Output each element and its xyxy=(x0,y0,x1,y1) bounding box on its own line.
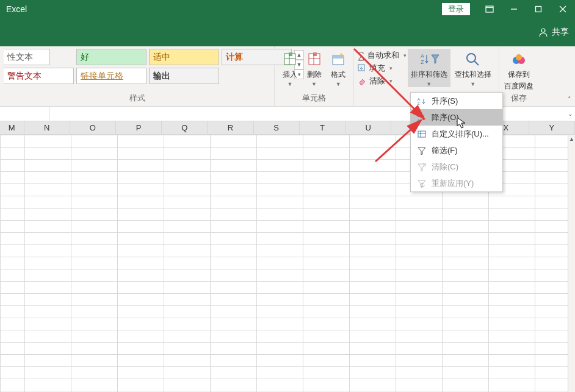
column-header[interactable]: T xyxy=(300,121,345,134)
baidu-cloud-icon xyxy=(509,50,529,68)
insert-button[interactable]: 插入 ▼ xyxy=(278,49,302,87)
group-label-save: 保存 xyxy=(499,91,538,106)
eraser-icon xyxy=(358,77,366,85)
sort-filter-icon: A Z xyxy=(419,50,439,68)
login-button[interactable]: 登录 xyxy=(442,3,470,15)
group-label-cells: 单元格 xyxy=(275,91,353,106)
find-select-button[interactable]: 查找和选择 ▼ xyxy=(452,49,494,87)
column-header[interactable]: P xyxy=(116,121,162,134)
funnel-clear-icon xyxy=(417,162,427,172)
svg-point-24 xyxy=(516,54,522,60)
chevron-down-icon: ▼ xyxy=(336,81,341,87)
minimize-button[interactable] xyxy=(502,0,526,18)
sort-ascending-item[interactable]: AZ 升序(S) xyxy=(411,93,502,109)
name-box[interactable] xyxy=(0,107,49,121)
column-header[interactable]: R xyxy=(208,121,253,134)
svg-line-21 xyxy=(474,61,479,65)
filter-item[interactable]: 筛选(F) xyxy=(411,142,502,159)
title-bar: Excel 登录 xyxy=(0,0,575,18)
clear-button[interactable]: 清除 ▾ xyxy=(358,76,407,87)
style-cell[interactable]: 输出 xyxy=(149,68,219,84)
fill-down-icon xyxy=(358,64,366,73)
chevron-down-icon: ▼ xyxy=(470,81,476,87)
column-header[interactable]: M xyxy=(0,121,24,134)
expand-formula-bar[interactable]: ⌄ xyxy=(568,110,573,117)
column-header[interactable]: U xyxy=(345,121,391,134)
funnel-icon xyxy=(417,146,427,155)
style-cell[interactable]: 好 xyxy=(76,49,146,65)
collapse-ribbon-button[interactable]: ˄ xyxy=(568,96,571,104)
format-cells-icon xyxy=(328,50,348,68)
chevron-down-icon: ▾ xyxy=(389,78,392,84)
svg-point-20 xyxy=(467,54,476,62)
svg-rect-0 xyxy=(486,6,493,12)
sigma-icon: ∑ xyxy=(358,51,364,61)
style-cell[interactable]: 链接单元格 xyxy=(76,68,146,84)
sort-filter-button[interactable]: A Z 排序和筛选 ▼ xyxy=(408,49,450,87)
group-label-styles: 样式 xyxy=(0,91,274,106)
column-header[interactable]: Q xyxy=(162,121,208,134)
magnifier-icon xyxy=(463,50,483,68)
column-header[interactable]: N xyxy=(24,121,70,134)
clear-filter-item: 清除(C) xyxy=(411,159,502,175)
maximize-button[interactable] xyxy=(526,0,551,18)
svg-text:Z: Z xyxy=(421,59,424,65)
delete-cells-icon xyxy=(305,50,324,68)
reapply-item: 重新应用(Y) xyxy=(411,175,502,191)
sort-descending-item[interactable]: ZA 降序(O) xyxy=(411,109,502,126)
sort-asc-icon: AZ xyxy=(417,96,427,106)
scroll-up-button[interactable]: ▲ xyxy=(568,135,575,143)
fill-button[interactable]: 填充 ▾ xyxy=(358,63,407,74)
chevron-down-icon: ▾ xyxy=(403,52,407,59)
close-button[interactable] xyxy=(551,0,575,18)
delete-button[interactable]: 删除 ▼ xyxy=(303,49,326,87)
chevron-down-icon: ▼ xyxy=(426,81,432,87)
column-header[interactable]: O xyxy=(70,121,116,134)
column-header[interactable]: S xyxy=(254,121,300,134)
custom-sort-item[interactable]: 自定义排序(U)... xyxy=(411,126,502,142)
person-icon xyxy=(538,27,548,37)
svg-point-6 xyxy=(541,29,545,32)
custom-sort-icon xyxy=(417,129,427,139)
svg-text:A: A xyxy=(418,118,420,122)
svg-text:Z: Z xyxy=(418,114,420,118)
autosum-button[interactable]: ∑ 自动求和 ▾ xyxy=(358,50,407,61)
share-label: 共享 xyxy=(552,27,569,38)
style-cell[interactable]: 适中 xyxy=(149,49,219,65)
insert-cells-icon xyxy=(280,50,300,68)
reapply-icon xyxy=(417,179,427,188)
svg-rect-3 xyxy=(536,7,541,12)
app-name: Excel xyxy=(0,4,27,14)
chevron-down-icon: ▼ xyxy=(287,81,292,87)
svg-text:A: A xyxy=(421,53,424,59)
sort-desc-icon: ZA xyxy=(417,113,427,123)
format-button[interactable]: 格式 ▼ xyxy=(327,49,350,87)
column-header[interactable]: Y xyxy=(529,121,575,134)
svg-rect-29 xyxy=(418,131,425,137)
svg-text:A: A xyxy=(418,98,420,101)
share-button[interactable]: 共享 xyxy=(538,27,569,38)
chevron-down-icon: ▾ xyxy=(389,65,392,71)
ribbon-display-options-button[interactable] xyxy=(477,0,502,18)
share-bar: 共享 xyxy=(0,18,575,46)
style-cell[interactable]: 性文本 xyxy=(4,49,50,65)
style-cell[interactable]: 警告文本 xyxy=(4,68,74,84)
svg-text:Z: Z xyxy=(418,102,420,105)
save-baidu-button[interactable]: 保存到 百度网盘 xyxy=(503,49,535,91)
vertical-scrollbar[interactable]: ▲ xyxy=(568,135,575,392)
chevron-down-icon: ▼ xyxy=(311,81,317,87)
sort-filter-menu: AZ 升序(S) ZA 降序(O) 自定义排序(U)... 筛选(F) 清除(C… xyxy=(410,92,503,192)
